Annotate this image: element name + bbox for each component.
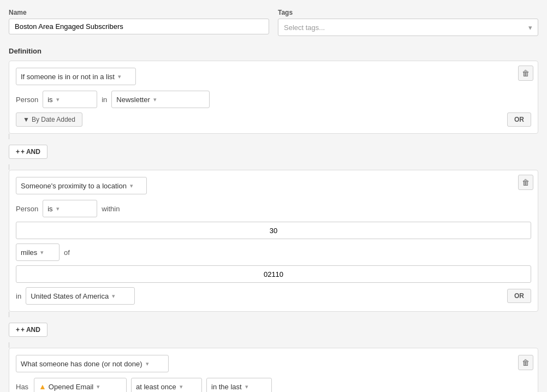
and-label-1: + AND [21,148,40,156]
trash-icon-1: 🗑 [522,69,530,78]
zip-input[interactable] [16,265,531,283]
delete-button-3[interactable]: 🗑 [518,355,533,370]
time-select-3[interactable]: in the last ▾ [206,378,272,392]
time-arrow-3: ▾ [245,383,248,390]
country-arrow: ▾ [112,293,115,300]
and-label-2: + AND [21,326,40,334]
condition-row-1: Person is ▾ in Newsletter ▾ [16,91,531,108]
name-input[interactable] [9,19,269,34]
tags-label: Tags [278,9,538,16]
country-select[interactable]: United States of America ▾ [26,287,135,305]
has-label-3: Has [16,383,29,391]
freq-arrow-3: ▾ [180,383,183,390]
trash-icon-3: 🗑 [522,358,530,367]
condition-type-label-2: Someone's proximity to a location [21,182,127,190]
distance-input[interactable] [16,222,531,239]
units-label: miles [21,248,37,257]
list-arrow-1: ▾ [153,96,157,103]
condition-type-row-1: If someone is in or not in a list ▾ [16,68,531,85]
or-button-1[interactable]: OR [507,112,531,127]
condition-type-arrow-3: ▾ [146,360,149,367]
person-label-1: Person [16,96,38,104]
units-select[interactable]: miles ▾ [16,243,60,261]
and-button-1[interactable]: + + AND [9,145,47,159]
tags-select[interactable]: Select tags... ▾ [278,19,538,36]
of-label: of [64,248,70,257]
tags-placeholder: Select tags... [284,23,325,32]
condition-type-select-2[interactable]: Someone's proximity to a location ▾ [16,177,147,194]
or-button-2[interactable]: OR [507,289,531,303]
condition-block-2: Someone's proximity to a location ▾ Pers… [9,170,538,312]
time-label-3: in the last [211,383,242,391]
condition-type-row-3: What someone has done (or not done) ▾ [16,355,531,372]
condition-row-3: Has ▲ Opened Email ▾ at least once ▾ in … [16,378,531,392]
person-label-2: Person [16,205,38,213]
freq-select-3[interactable]: at least once ▾ [131,378,202,392]
condition-type-label-1: If someone is in or not in a list [21,73,115,81]
by-date-label: By Date Added [32,116,75,123]
list-value-1: Newsletter [116,96,150,104]
sub-condition-opened: What someone has done (or not done) ▾ Ha… [9,348,538,392]
condition-block-1: If someone is in or not in a list ▾ Pers… [9,61,538,134]
is-label-2: is [47,205,52,213]
units-arrow: ▾ [40,249,44,256]
condition-block-3: What someone has done (or not done) ▾ Ha… [9,348,538,392]
condition-type-arrow-2: ▾ [130,182,133,189]
name-label: Name [9,9,269,16]
action-icon-3: ▲ [39,382,46,391]
tags-arrow-icon: ▾ [528,23,532,32]
freq-label-3: at least once [136,383,176,391]
tags-field-group: Tags Select tags... ▾ [278,9,538,36]
action-label-3: Opened Email [49,383,93,391]
name-field-group: Name [9,9,269,36]
within-label: within [102,205,120,213]
action-arrow-3: ▾ [97,383,100,390]
plus-icon-1: + [16,148,20,156]
delete-button-2[interactable]: 🗑 [518,175,533,190]
filter-icon: ▼ [23,116,29,123]
is-select-2[interactable]: is ▾ [43,200,97,217]
condition-row-2: Person is ▾ within miles ▾ of in United … [16,200,531,305]
in-label-1: in [102,96,107,104]
condition-type-row-2: Someone's proximity to a location ▾ [16,177,531,194]
definition-label: Definition [9,47,538,55]
plus-icon-2: + [16,326,20,334]
by-date-button[interactable]: ▼ By Date Added [16,112,82,127]
is-select-1[interactable]: is ▾ [43,91,97,108]
is-label-1: is [47,96,52,104]
condition-type-select-1[interactable]: If someone is in or not in a list ▾ [16,68,136,85]
condition-type-select-3[interactable]: What someone has done (or not done) ▾ [16,355,169,372]
is-arrow-1: ▾ [56,96,60,103]
and-button-2[interactable]: + + AND [9,323,47,337]
list-select-1[interactable]: Newsletter ▾ [111,91,210,108]
trash-icon-2: 🗑 [522,178,530,187]
country-label: United States of America [31,292,109,300]
action-select-3[interactable]: ▲ Opened Email ▾ [34,378,127,392]
condition-type-arrow-1: ▾ [118,73,121,80]
condition-type-label-3: What someone has done (or not done) [21,360,142,368]
in-label-2: in [16,292,21,300]
is-arrow-2: ▾ [56,205,60,212]
delete-button-1[interactable]: 🗑 [518,66,533,81]
